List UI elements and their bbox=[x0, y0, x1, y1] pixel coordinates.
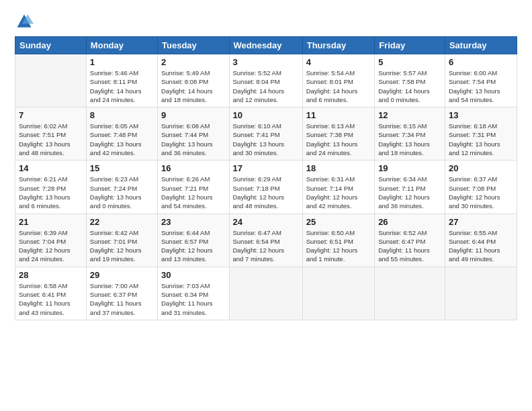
day-info: Sunrise: 6:02 AM Sunset: 7:51 PM Dayligh… bbox=[19, 122, 83, 157]
day-info: Sunrise: 6:05 AM Sunset: 7:48 PM Dayligh… bbox=[90, 122, 154, 157]
header-cell-wednesday: Wednesday bbox=[229, 37, 302, 54]
day-number: 27 bbox=[449, 217, 513, 227]
day-number: 19 bbox=[378, 163, 441, 173]
calendar-header: SundayMondayTuesdayWednesdayThursdayFrid… bbox=[15, 37, 517, 54]
header-cell-friday: Friday bbox=[375, 37, 445, 54]
day-info: Sunrise: 6:47 AM Sunset: 6:54 PM Dayligh… bbox=[233, 228, 299, 264]
day-cell: 13Sunrise: 6:18 AM Sunset: 7:31 PM Dayli… bbox=[445, 107, 517, 161]
day-number: 6 bbox=[449, 57, 513, 67]
day-cell: 30Sunrise: 7:03 AM Sunset: 6:34 PM Dayli… bbox=[158, 267, 230, 320]
day-cell bbox=[229, 267, 302, 320]
day-number: 22 bbox=[90, 217, 154, 227]
day-info: Sunrise: 5:46 AM Sunset: 8:11 PM Dayligh… bbox=[90, 68, 154, 104]
header-cell-tuesday: Tuesday bbox=[158, 37, 230, 54]
day-number: 16 bbox=[161, 163, 226, 173]
day-cell: 28Sunrise: 6:58 AM Sunset: 6:41 PM Dayli… bbox=[15, 267, 87, 320]
day-cell: 2Sunrise: 5:49 AM Sunset: 8:08 PM Daylig… bbox=[158, 54, 230, 107]
day-info: Sunrise: 6:10 AM Sunset: 7:41 PM Dayligh… bbox=[233, 122, 299, 157]
day-cell: 3Sunrise: 5:52 AM Sunset: 8:04 PM Daylig… bbox=[229, 54, 302, 107]
day-info: Sunrise: 5:57 AM Sunset: 7:58 PM Dayligh… bbox=[378, 68, 441, 104]
day-cell: 11Sunrise: 6:13 AM Sunset: 7:38 PM Dayli… bbox=[302, 107, 374, 161]
header-cell-thursday: Thursday bbox=[302, 37, 374, 54]
page: SundayMondayTuesdayWednesdayThursdayFrid… bbox=[0, 0, 532, 411]
day-cell bbox=[15, 54, 87, 107]
day-number: 13 bbox=[449, 110, 513, 120]
day-cell bbox=[445, 267, 517, 320]
calendar: SundayMondayTuesdayWednesdayThursdayFrid… bbox=[15, 36, 517, 320]
week-row-1: 1Sunrise: 5:46 AM Sunset: 8:11 PM Daylig… bbox=[15, 54, 517, 107]
day-info: Sunrise: 6:18 AM Sunset: 7:31 PM Dayligh… bbox=[449, 122, 513, 157]
day-cell: 22Sunrise: 6:42 AM Sunset: 7:01 PM Dayli… bbox=[86, 214, 157, 267]
day-info: Sunrise: 5:52 AM Sunset: 8:04 PM Dayligh… bbox=[233, 68, 299, 104]
day-cell: 12Sunrise: 6:15 AM Sunset: 7:34 PM Dayli… bbox=[375, 107, 445, 161]
day-number: 14 bbox=[19, 163, 83, 173]
day-cell: 9Sunrise: 6:08 AM Sunset: 7:44 PM Daylig… bbox=[158, 107, 230, 161]
day-info: Sunrise: 6:26 AM Sunset: 7:21 PM Dayligh… bbox=[161, 175, 226, 210]
day-cell: 21Sunrise: 6:39 AM Sunset: 7:04 PM Dayli… bbox=[15, 214, 87, 267]
day-cell: 1Sunrise: 5:46 AM Sunset: 8:11 PM Daylig… bbox=[86, 54, 157, 107]
day-cell: 23Sunrise: 6:44 AM Sunset: 6:57 PM Dayli… bbox=[158, 214, 230, 267]
day-info: Sunrise: 6:52 AM Sunset: 6:47 PM Dayligh… bbox=[378, 228, 441, 264]
day-number: 28 bbox=[19, 270, 83, 280]
header bbox=[15, 12, 517, 31]
day-number: 15 bbox=[90, 163, 154, 173]
day-info: Sunrise: 6:29 AM Sunset: 7:18 PM Dayligh… bbox=[233, 175, 299, 210]
day-number: 10 bbox=[233, 110, 299, 120]
day-number: 25 bbox=[306, 217, 371, 227]
week-row-5: 28Sunrise: 6:58 AM Sunset: 6:41 PM Dayli… bbox=[15, 267, 517, 320]
day-cell bbox=[302, 267, 374, 320]
day-cell: 25Sunrise: 6:50 AM Sunset: 6:51 PM Dayli… bbox=[302, 214, 374, 267]
day-info: Sunrise: 6:44 AM Sunset: 6:57 PM Dayligh… bbox=[161, 228, 226, 264]
day-number: 29 bbox=[90, 270, 154, 280]
day-number: 9 bbox=[161, 110, 226, 120]
day-info: Sunrise: 6:23 AM Sunset: 7:24 PM Dayligh… bbox=[90, 175, 154, 210]
day-info: Sunrise: 6:21 AM Sunset: 7:28 PM Dayligh… bbox=[19, 175, 83, 210]
day-number: 21 bbox=[19, 217, 83, 227]
day-number: 23 bbox=[161, 217, 226, 227]
header-cell-saturday: Saturday bbox=[445, 37, 517, 54]
day-number: 4 bbox=[306, 57, 371, 67]
day-info: Sunrise: 6:42 AM Sunset: 7:01 PM Dayligh… bbox=[90, 228, 154, 264]
day-number: 17 bbox=[233, 163, 299, 173]
day-cell: 5Sunrise: 5:57 AM Sunset: 7:58 PM Daylig… bbox=[375, 54, 445, 107]
header-cell-monday: Monday bbox=[86, 37, 157, 54]
week-row-3: 14Sunrise: 6:21 AM Sunset: 7:28 PM Dayli… bbox=[15, 161, 517, 214]
day-info: Sunrise: 5:49 AM Sunset: 8:08 PM Dayligh… bbox=[161, 68, 226, 104]
day-info: Sunrise: 6:39 AM Sunset: 7:04 PM Dayligh… bbox=[19, 228, 83, 264]
day-number: 18 bbox=[306, 163, 371, 173]
day-number: 11 bbox=[306, 110, 371, 120]
day-info: Sunrise: 6:34 AM Sunset: 7:11 PM Dayligh… bbox=[378, 175, 441, 210]
day-info: Sunrise: 7:03 AM Sunset: 6:34 PM Dayligh… bbox=[161, 281, 226, 317]
day-info: Sunrise: 6:08 AM Sunset: 7:44 PM Dayligh… bbox=[161, 122, 226, 157]
day-number: 7 bbox=[19, 110, 83, 120]
day-cell: 24Sunrise: 6:47 AM Sunset: 6:54 PM Dayli… bbox=[229, 214, 302, 267]
logo bbox=[15, 12, 36, 31]
day-cell: 19Sunrise: 6:34 AM Sunset: 7:11 PM Dayli… bbox=[375, 161, 445, 214]
day-number: 26 bbox=[378, 217, 441, 227]
day-info: Sunrise: 7:00 AM Sunset: 6:37 PM Dayligh… bbox=[90, 281, 154, 317]
week-row-4: 21Sunrise: 6:39 AM Sunset: 7:04 PM Dayli… bbox=[15, 214, 517, 267]
day-cell: 7Sunrise: 6:02 AM Sunset: 7:51 PM Daylig… bbox=[15, 107, 87, 161]
logo-icon bbox=[15, 12, 34, 31]
day-cell: 8Sunrise: 6:05 AM Sunset: 7:48 PM Daylig… bbox=[86, 107, 157, 161]
day-number: 24 bbox=[233, 217, 299, 227]
day-info: Sunrise: 6:58 AM Sunset: 6:41 PM Dayligh… bbox=[19, 281, 83, 317]
day-cell: 18Sunrise: 6:31 AM Sunset: 7:14 PM Dayli… bbox=[302, 161, 374, 214]
day-number: 2 bbox=[161, 57, 226, 67]
day-number: 1 bbox=[90, 57, 154, 67]
day-number: 5 bbox=[378, 57, 441, 67]
day-cell: 29Sunrise: 7:00 AM Sunset: 6:37 PM Dayli… bbox=[86, 267, 157, 320]
day-info: Sunrise: 6:15 AM Sunset: 7:34 PM Dayligh… bbox=[378, 122, 441, 157]
day-number: 20 bbox=[449, 163, 513, 173]
day-number: 30 bbox=[161, 270, 226, 280]
day-number: 3 bbox=[233, 57, 299, 67]
day-cell: 20Sunrise: 6:37 AM Sunset: 7:08 PM Dayli… bbox=[445, 161, 517, 214]
day-number: 12 bbox=[378, 110, 441, 120]
day-info: Sunrise: 6:55 AM Sunset: 6:44 PM Dayligh… bbox=[449, 228, 513, 264]
day-cell: 4Sunrise: 5:54 AM Sunset: 8:01 PM Daylig… bbox=[302, 54, 374, 107]
day-cell: 16Sunrise: 6:26 AM Sunset: 7:21 PM Dayli… bbox=[158, 161, 230, 214]
day-info: Sunrise: 6:00 AM Sunset: 7:54 PM Dayligh… bbox=[449, 68, 513, 104]
day-cell: 26Sunrise: 6:52 AM Sunset: 6:47 PM Dayli… bbox=[375, 214, 445, 267]
week-row-2: 7Sunrise: 6:02 AM Sunset: 7:51 PM Daylig… bbox=[15, 107, 517, 161]
day-info: Sunrise: 6:50 AM Sunset: 6:51 PM Dayligh… bbox=[306, 228, 371, 264]
